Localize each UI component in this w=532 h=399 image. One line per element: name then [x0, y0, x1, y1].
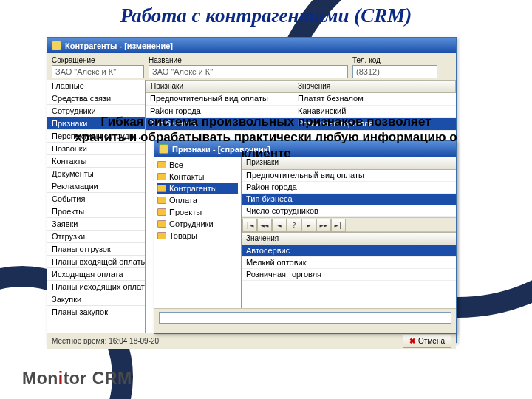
- nav-button[interactable]: |◄: [242, 219, 257, 232]
- nav-button[interactable]: ◄◄: [257, 219, 272, 232]
- list-item[interactable]: Мелкий оптовик: [242, 257, 456, 269]
- sidebar-item[interactable]: Закупки: [47, 293, 145, 306]
- tree-item-label: Оплата: [169, 196, 197, 205]
- tree-item[interactable]: Товары: [157, 230, 238, 242]
- tree-item-label: Проекты: [169, 208, 202, 216]
- folder-icon: [157, 220, 166, 228]
- category-tree: ВсеКонтактыКонтрагентыОплатаПроектыСотру…: [154, 157, 242, 308]
- popup-attr-list: Предпочтительный вид оплатыРайон городаТ…: [242, 170, 456, 217]
- status-time: Местное время: 16:04 18-09-20: [52, 337, 159, 345]
- sidebar-item[interactable]: Планы отгрузок: [47, 243, 145, 256]
- telcode-input[interactable]: [352, 65, 437, 78]
- sidebar-item[interactable]: Планы закупок: [47, 306, 145, 318]
- nav-button[interactable]: ►: [301, 219, 316, 232]
- cell-value: Платят безналом: [293, 93, 456, 106]
- list-item[interactable]: Район города: [242, 182, 456, 194]
- sidebar-item[interactable]: Проекты: [47, 205, 145, 218]
- tree-item-label: Контакты: [169, 172, 205, 181]
- sidebar-item[interactable]: Планы исходящих оплат: [47, 281, 145, 293]
- grid-header: Признаки Значения: [146, 80, 456, 93]
- tree-item[interactable]: Проекты: [157, 206, 238, 218]
- list-item[interactable]: Автосервис: [242, 245, 456, 257]
- tree-item-label: Контрагенты: [169, 184, 217, 193]
- tree-item[interactable]: Контакты: [157, 171, 238, 183]
- list-item[interactable]: Розничная торговля: [242, 269, 456, 281]
- tree-item[interactable]: Оплата: [157, 194, 238, 206]
- folder-icon: [157, 161, 166, 168]
- sidebar-item[interactable]: Заявки: [47, 218, 145, 231]
- nav-button[interactable]: ◄: [272, 219, 287, 232]
- sidebar-item[interactable]: Исходящая оплата: [47, 268, 145, 281]
- list-item[interactable]: Число сотрудников: [242, 205, 456, 217]
- sidebar-item[interactable]: Рекламации: [47, 180, 145, 193]
- record-navigator: |◄◄◄◄?►►►►|: [242, 217, 456, 232]
- statusbar: Местное время: 16:04 18-09-20 ✖ Отмена: [47, 332, 456, 349]
- tree-item[interactable]: Контрагенты: [157, 183, 238, 194]
- folder-icon: [157, 173, 166, 180]
- main-window-title: Контрагенты - [изменение]: [65, 41, 173, 50]
- popup-right-pane: Признаки Предпочтительный вид оплатыРайо…: [242, 157, 456, 308]
- logo: Monitor CRM: [22, 369, 132, 389]
- label-shortname: Сокращение: [52, 56, 144, 64]
- reference-popup: Признаки - [справочник] ВсеКонтактыКонтр…: [154, 140, 457, 334]
- folder-icon: [157, 208, 166, 216]
- cancel-button[interactable]: ✖ Отмена: [403, 335, 451, 348]
- sidebar-item[interactable]: Документы: [47, 168, 145, 180]
- close-icon: ✖: [409, 337, 415, 345]
- sidebar-item[interactable]: Средства связи: [47, 92, 145, 105]
- folder-icon: [157, 185, 166, 192]
- table-row[interactable]: Предпочтительный вид оплатыПлатят безнал…: [146, 93, 456, 106]
- popup-value-header: Значения: [242, 232, 456, 245]
- shortname-input[interactable]: [52, 65, 144, 78]
- cancel-button-label: Отмена: [418, 337, 445, 345]
- cell-attr: Предпочтительный вид оплаты: [146, 93, 293, 106]
- col-header-attr[interactable]: Признаки: [146, 80, 293, 93]
- label-telcode: Тел. код: [352, 56, 437, 64]
- sidebar-item[interactable]: Главные: [47, 80, 145, 92]
- label-fullname: Название: [149, 56, 348, 64]
- popup-search-input[interactable]: [159, 312, 451, 324]
- tree-item-label: Товары: [169, 231, 197, 240]
- tree-item[interactable]: Сотрудники: [157, 218, 238, 230]
- sidebar-item[interactable]: Планы входящей оплаты: [47, 256, 145, 268]
- main-titlebar[interactable]: Контрагенты - [изменение]: [47, 38, 456, 53]
- list-item[interactable]: Предпочтительный вид оплаты: [242, 170, 456, 182]
- popup-footer: [154, 308, 456, 333]
- list-item[interactable]: Тип бизнеса: [242, 194, 456, 205]
- sidebar-item[interactable]: События: [47, 193, 145, 205]
- nav-button[interactable]: ?: [287, 219, 301, 232]
- sidebar-item[interactable]: Отгрузки: [47, 231, 145, 243]
- fullname-input[interactable]: [149, 65, 348, 78]
- folder-icon: [157, 197, 166, 204]
- header-fields-row: Сокращение Название Тел. код: [47, 53, 456, 80]
- tree-item-label: Все: [169, 160, 183, 169]
- slide-caption: Гибкая система произвольных признаков по…: [74, 114, 458, 161]
- app-icon: [52, 41, 61, 50]
- folder-icon: [157, 232, 166, 239]
- slide-title: Работа с контрагентами (CRM): [0, 4, 532, 27]
- nav-button[interactable]: ►|: [331, 219, 346, 232]
- tree-item-label: Сотрудники: [169, 219, 214, 228]
- popup-value-list: АвтосервисМелкий оптовикРозничная торгов…: [242, 245, 456, 281]
- col-header-value[interactable]: Значения: [293, 80, 456, 93]
- nav-button[interactable]: ►►: [316, 219, 331, 232]
